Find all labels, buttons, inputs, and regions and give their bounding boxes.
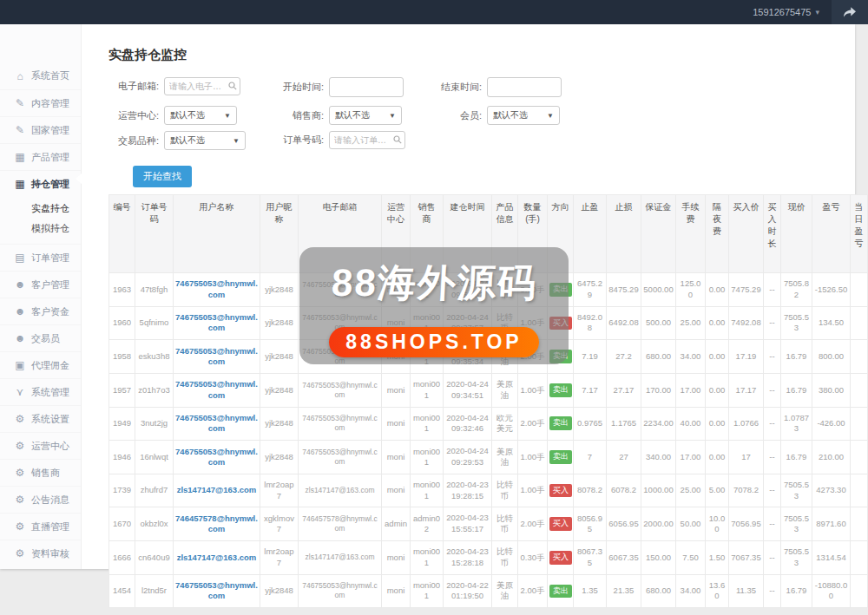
cell: -426.00 xyxy=(812,407,851,441)
cell: 746755053@hnymwl.com xyxy=(299,407,382,441)
table-row: 19493nut2jg746755053@hnymwl.comyjk284874… xyxy=(109,407,868,441)
table-row: 1454l2tnd5r746755053@hnymwl.comyjk284874… xyxy=(109,574,868,608)
sidebar-item-10[interactable]: ▣代理佣金 xyxy=(0,351,81,378)
cell: okbzl0x xyxy=(135,507,174,541)
cell: 134.50 xyxy=(812,306,851,340)
cell: 0.00 xyxy=(706,273,729,307)
cell: moni xyxy=(382,373,411,407)
cell: 6067.35 xyxy=(607,541,641,575)
sidebar-item-1[interactable]: ⌂系统首页 xyxy=(0,62,81,89)
sidebar-item-9[interactable]: ☻交易员 xyxy=(0,324,81,351)
filter-form: 电子邮箱: 开始时间: 结束时间: 运营中心: 默认不选▼ xyxy=(108,77,846,164)
chevron-down-icon: ▼ xyxy=(547,112,554,120)
sidebar-item-11[interactable]: ⋎系统管理 xyxy=(0,378,81,405)
cell: 0.00 xyxy=(706,441,729,474)
cell: 7492.08 xyxy=(729,306,764,340)
image-icon: ▣ xyxy=(13,359,27,371)
cell: 210.00 xyxy=(812,441,851,474)
member-filter-label: 会员: xyxy=(431,109,482,122)
sidebar-subitem[interactable]: 实盘持仓 xyxy=(0,199,81,219)
product-select[interactable]: 默认不选▼ xyxy=(164,131,246,150)
cell: -- xyxy=(764,340,781,374)
cell xyxy=(851,441,868,474)
sidebar-subitem[interactable]: 模拟持仓 xyxy=(0,219,81,239)
cell: 1000.00 xyxy=(641,474,676,507)
cell: 0.30手 xyxy=(518,541,548,575)
cell: 8475.29 xyxy=(607,273,641,307)
cell: 7.50 xyxy=(676,541,706,575)
direction-badge: 买入 xyxy=(549,551,572,565)
user-email-link[interactable]: 746755053@hnymwl.com xyxy=(174,373,260,407)
cell: 6492.08 xyxy=(607,306,641,340)
sidebar-item-12[interactable]: ⚙系统设置 xyxy=(0,405,81,432)
sidebar-item-6[interactable]: ▤订单管理 xyxy=(0,244,81,271)
user-email-link[interactable]: 746755053@hnymwl.com xyxy=(174,273,260,307)
account-phone: 15912675475 xyxy=(753,7,811,17)
sidebar-item-5[interactable]: ▦持仓管理 xyxy=(0,170,81,197)
cell: 47t8fgh xyxy=(135,273,174,307)
sidebar-item-8[interactable]: ☻客户资金 xyxy=(0,298,81,324)
account-dropdown[interactable]: 15912675475 ▾ xyxy=(740,0,832,24)
cell: 卖出 xyxy=(548,441,574,474)
active-item-notch xyxy=(76,173,82,184)
gear-icon: ⚙ xyxy=(13,494,27,506)
cell: -- xyxy=(764,373,781,407)
cell: 0.00 xyxy=(706,340,729,374)
cell: 746457578@hnymwl.com xyxy=(299,507,382,541)
cell: 比特币 xyxy=(492,541,518,575)
sidebar-item-17[interactable]: ⚙资料审核 xyxy=(0,540,81,566)
cell: 5qfnimo xyxy=(135,306,174,340)
search-button[interactable]: 开始查找 xyxy=(133,166,192,187)
topbar: 15912675475 ▾ xyxy=(0,0,868,24)
user-email-link[interactable]: zls147147@163.com xyxy=(174,541,260,575)
sidebar-item-2[interactable]: ✎内容管理 xyxy=(0,89,81,116)
user-email-link[interactable]: 746755053@hnymwl.com xyxy=(174,574,260,608)
cell: yjk2848 xyxy=(260,340,299,374)
cell: 1666 xyxy=(109,541,135,575)
sidebar-item-13[interactable]: ⚙运营中心 xyxy=(0,432,81,459)
member-select[interactable]: 默认不选▼ xyxy=(487,106,560,125)
end-time-input[interactable] xyxy=(487,77,562,97)
center-select[interactable]: 默认不选▼ xyxy=(164,106,237,125)
cell: 2020-04-2409:34:51 xyxy=(444,373,492,407)
cell: 4273.30 xyxy=(812,474,851,507)
cell: 27.2 xyxy=(607,340,641,374)
cell: 2020-04-2319:28:15 xyxy=(444,474,492,507)
cell: -10880.00 xyxy=(812,574,851,608)
cell: admin02 xyxy=(411,507,444,541)
cell: 380.00 xyxy=(812,373,851,407)
cell: 13.60 xyxy=(706,574,729,608)
gear-icon: ⚙ xyxy=(13,467,27,479)
user-email-link[interactable]: 746755053@hnymwl.com xyxy=(174,340,260,374)
logout-button[interactable] xyxy=(832,0,868,24)
sidebar-item-14[interactable]: ⚙销售商 xyxy=(0,459,81,486)
user-email-link[interactable]: 746755053@hnymwl.com xyxy=(174,441,260,474)
sidebar-item-3[interactable]: ✎国家管理 xyxy=(0,116,81,143)
column-header: 用户名称 xyxy=(174,195,260,273)
user-email-link[interactable]: 746755053@hnymwl.com xyxy=(174,407,260,441)
cell: moni001 xyxy=(411,541,444,575)
sidebar-item-7[interactable]: ☻客户管理 xyxy=(0,271,81,298)
cell: 746755053@hnymwl.com xyxy=(299,574,382,608)
cell: 800.00 xyxy=(812,340,851,374)
column-header: 手续费 xyxy=(676,195,706,273)
user-email-link[interactable]: zls147147@163.com xyxy=(174,474,260,507)
cell: 欧元美元 xyxy=(492,407,518,441)
cell: moni001 xyxy=(411,407,444,441)
cell: 1958 xyxy=(109,340,135,374)
sidebar-item-16[interactable]: ⚙直播管理 xyxy=(0,513,81,540)
cell: 1.50 xyxy=(706,541,729,575)
start-time-input[interactable] xyxy=(329,77,404,97)
sidebar-item-4[interactable]: ▦产品管理 xyxy=(0,143,81,170)
user-email-link[interactable]: 746457578@hnymwl.com xyxy=(174,507,260,541)
cell: 2.00手 xyxy=(518,407,548,441)
cell: moni xyxy=(382,407,411,441)
user-email-link[interactable]: 746755053@hnymwl.com xyxy=(174,306,260,340)
cell: 40.00 xyxy=(676,407,706,441)
column-header: 止损 xyxy=(607,195,641,273)
gear-icon: ⚙ xyxy=(13,547,27,559)
sidebar-item-15[interactable]: ⚙公告消息 xyxy=(0,486,81,513)
seller-select[interactable]: 默认不选▼ xyxy=(329,106,402,125)
table-row: 1957z01h7o3746755053@hnymwl.comyjk284874… xyxy=(109,373,868,407)
cell: -- xyxy=(764,407,781,441)
